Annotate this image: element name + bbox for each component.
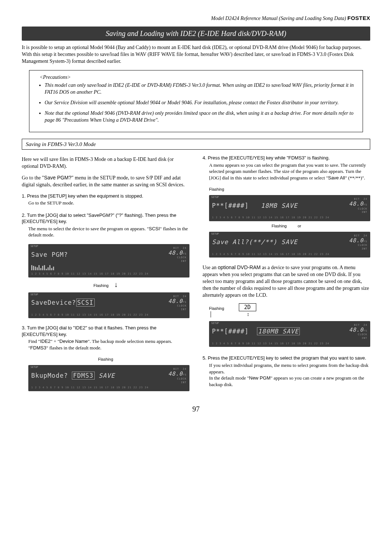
dvd-ram-paragraph: Use an optional DVD-RAM as a device to s… bbox=[203, 264, 370, 299]
header-model: Model D2424 Reference Manual (Saving and… bbox=[211, 16, 346, 21]
flashing-or-row: Flashing or bbox=[203, 223, 370, 229]
left-para1: Here we will save files in FDMS-3 Mode o… bbox=[22, 156, 189, 170]
lcd-text: Save PGM? bbox=[31, 251, 68, 259]
step-1: 1. Press the [SETUP] key when the equipm… bbox=[22, 193, 189, 206]
lcd-save-all: SETUP Save All?(**/**) SAVE BIT 24 48.0F… bbox=[209, 232, 370, 258]
lcd-meters bbox=[31, 264, 187, 270]
lcd-text: SaveDevice?SCSI bbox=[31, 299, 95, 307]
lcd-text: BkupMode? FDMS3 SAVE bbox=[31, 372, 115, 380]
step-2-label: 2. Turn the [JOG] dial to select "SavePG… bbox=[22, 212, 176, 224]
left-para2: Go to the "Save PGM?" menu in the SETUP … bbox=[22, 174, 189, 189]
step-3-body: Find "IDE2" + "Device Name". The backup … bbox=[28, 338, 189, 351]
lcd-text: P**[####] 180MB SAVE bbox=[212, 327, 300, 336]
lcd-program-size: SETUP P**[####] 18MB SAVE BIT 24 48.0FS … bbox=[209, 195, 370, 221]
arrow-down-icon: ↓ bbox=[114, 280, 118, 288]
precautions-title: <Precautions> bbox=[40, 74, 356, 81]
step-4-body: A menu appears so you can select the pro… bbox=[209, 162, 370, 181]
precaution-item: Note that the optional Model 9046 (DVD-R… bbox=[45, 110, 356, 124]
step-5: 5. Press the [EXECUTE/YES] key to select… bbox=[203, 355, 370, 388]
step-5-label: 5. Press the [EXECUTE/YES] key to select… bbox=[203, 355, 366, 361]
step-3-label: 3. Turn the [JOG] dial to "IDE2" so that… bbox=[22, 325, 156, 337]
precaution-item: This model can only save/load in IDE2 (E… bbox=[45, 82, 356, 96]
page-number: 97 bbox=[22, 404, 370, 414]
arrow-down-icon: │ bbox=[209, 311, 213, 318]
precautions-box: <Precautions> This model can only save/l… bbox=[29, 70, 363, 132]
step-2-body: The menu to select the device to save th… bbox=[28, 226, 189, 238]
step-5-body: If you select individual programs, the m… bbox=[209, 362, 370, 388]
flashing-label: Flashing bbox=[22, 357, 189, 362]
step-4: 4. Press the [EXECUTE/YES] key while "FD… bbox=[203, 155, 370, 181]
lcd-backup-mode: SETUP BkupMode? FDMS3 SAVE BIT 24 48.0FS… bbox=[28, 365, 189, 391]
intro-paragraph: It is possible to setup an optional Mode… bbox=[22, 44, 370, 65]
step-2: 2. Turn the [JOG] dial to select "SavePG… bbox=[22, 212, 189, 238]
lcd-text: Save All?(**/**) SAVE bbox=[212, 238, 298, 246]
arrow-up-down-icon: ↕ bbox=[247, 311, 249, 318]
left-column: Here we will save files in FDMS-3 Mode o… bbox=[22, 155, 189, 393]
step-4-label: 4. Press the [EXECUTE/YES] key while "FD… bbox=[203, 155, 330, 161]
flashing-label: Flashing ↓ bbox=[22, 280, 189, 289]
flashing-label: Flashing bbox=[209, 187, 370, 192]
step-1-body: Go to the SETUP mode. bbox=[28, 200, 189, 206]
lcd-text: P**[####] 18MB SAVE bbox=[212, 202, 298, 210]
right-column: 4. Press the [EXECUTE/YES] key while "FD… bbox=[203, 155, 370, 393]
lcd-dvd-size: SETUP P**[####] 180MB SAVE BIT 24 48.0FS… bbox=[209, 321, 370, 347]
step-1-label: 1. Press the [SETUP] key when the equipm… bbox=[22, 193, 143, 199]
precaution-item: Our Service Division will assemble optio… bbox=[45, 100, 356, 106]
section-banner: Saving and Loading with IDE2 (E-IDE Hard… bbox=[22, 27, 370, 41]
flashing-label: Flashing bbox=[209, 306, 224, 311]
subsection-title: Saving in FDMS-3 Ver3.0 Mode bbox=[22, 139, 370, 150]
step-3: 3. Turn the [JOG] dial to "IDE2" so that… bbox=[22, 325, 189, 351]
header-brand: FOSTEX bbox=[347, 15, 370, 21]
lcd-save-pgm: SETUP Save PGM? BIT 24 48.0FS CLOCK INT … bbox=[28, 244, 189, 278]
page-header: Model D2424 Reference Manual (Saving and… bbox=[22, 15, 370, 22]
disk-count-box: 2D bbox=[239, 303, 256, 311]
lcd-save-device: SETUP SaveDevice?SCSI BIT 24 48.0FS CLOC… bbox=[28, 292, 189, 319]
